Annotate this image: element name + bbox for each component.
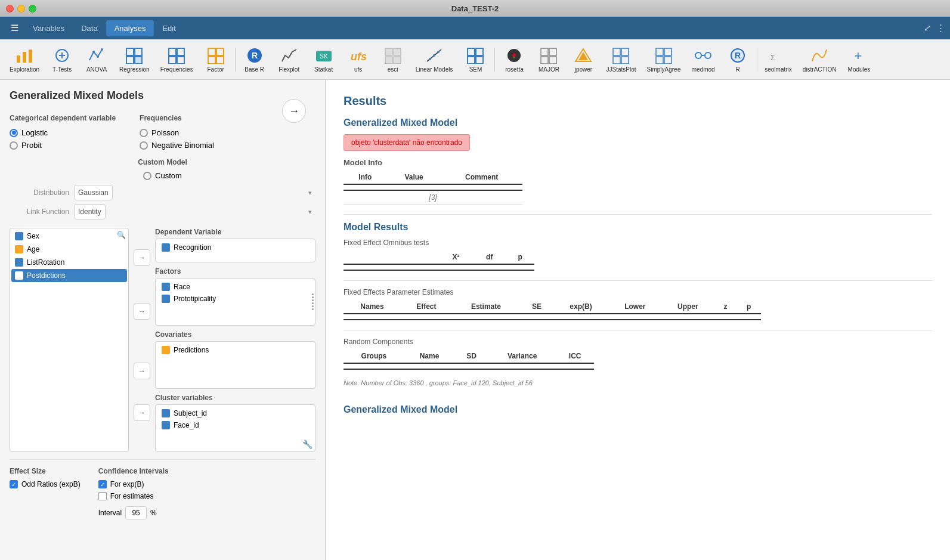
spacer-cluster <box>134 383 150 401</box>
dependent-variable-box[interactable]: Recognition <box>155 239 315 262</box>
var-item-age[interactable]: Age <box>11 243 127 256</box>
menu-analyses[interactable]: Analyses <box>106 20 154 36</box>
toolbar-jpower[interactable]: jpower <box>567 44 600 75</box>
for-exp-b-checkbox[interactable]: ✓ <box>98 480 107 488</box>
for-estimates-row: For estimates <box>98 492 169 500</box>
negative-binomial-radio-circle[interactable] <box>140 141 148 150</box>
toolbar-esci[interactable]: esci <box>376 44 410 75</box>
toolbar-sem[interactable]: SEM <box>459 44 492 75</box>
col-upper: Upper <box>661 300 714 314</box>
toolbar-factor[interactable]: F Factor <box>199 44 233 75</box>
svg-rect-11 <box>126 57 134 64</box>
col-p2: p <box>737 300 761 314</box>
custom-checkbox-label: Custom <box>155 171 182 180</box>
panel-title: Generalized Mixed Models <box>10 89 144 101</box>
arrow-cluster[interactable]: → <box>134 404 150 421</box>
ttests-icon <box>52 46 72 65</box>
toolbar-flexplot[interactable]: Flexplot <box>273 44 306 75</box>
expand-icon[interactable]: ⤢ <box>924 23 932 33</box>
maximize-button[interactable] <box>29 5 36 13</box>
toolbar-anova[interactable]: ANOVA <box>80 44 113 75</box>
toolbar-rosetta[interactable]: 🌹 rosetta <box>497 44 531 75</box>
menu-data[interactable]: Data <box>73 20 106 36</box>
arrow-factors[interactable]: → <box>134 303 150 320</box>
col-lower: Lower <box>608 300 661 314</box>
distraction-icon <box>810 46 829 65</box>
settings-icon[interactable]: ⋮ <box>936 23 945 33</box>
svg-rect-44 <box>549 48 556 55</box>
toolbar-simplyagree[interactable]: SimplyAgree <box>642 44 686 75</box>
comment-cell <box>441 184 522 190</box>
poisson-radio-circle[interactable] <box>140 129 148 137</box>
svg-rect-16 <box>177 57 184 64</box>
for-estimates-checkbox[interactable] <box>98 492 107 500</box>
logistic-radio-circle[interactable] <box>10 129 18 137</box>
minimize-button[interactable] <box>17 5 25 13</box>
frequencies-label: Frequencies <box>160 66 193 73</box>
toolbar-modules[interactable]: + Modules <box>842 44 875 75</box>
cluster-variables-box[interactable]: Subject_id Face_id 🔧 <box>155 404 315 452</box>
col-df: df <box>473 250 506 264</box>
link-function-select[interactable]: Identity <box>74 204 106 219</box>
probit-radio-circle[interactable] <box>10 141 18 150</box>
sem-icon <box>466 46 485 65</box>
poisson-radio[interactable]: Poisson <box>140 128 214 137</box>
frequencies-col: Frequencies Poisson Negative Binomial <box>140 114 214 150</box>
race-item: Race <box>158 281 312 293</box>
drag-dot-5 <box>312 305 314 307</box>
odd-ratios-checkbox[interactable]: ✓ <box>10 480 18 488</box>
menu-edit[interactable]: Edit <box>154 20 184 36</box>
hamburger-menu[interactable]: ☰ <box>5 19 24 37</box>
col-name: Name <box>404 349 454 363</box>
value-cell <box>387 184 441 190</box>
toolbar-distraction[interactable]: distrACTION <box>798 44 841 75</box>
toolbar-linear-models[interactable]: Linear Models <box>411 44 458 75</box>
svg-rect-27 <box>385 48 392 55</box>
svg-point-55 <box>695 52 701 58</box>
interval-input[interactable] <box>125 506 147 519</box>
toolbar-jjstatsplot[interactable]: JJStatsPlot <box>601 44 640 75</box>
toolbar-seolmatrix[interactable]: Σ seolmatrix <box>760 44 797 75</box>
dependent-variable-section: Dependent Variable Recognition <box>155 228 315 262</box>
custom-radio-circle[interactable] <box>143 172 151 180</box>
arrow-covariates[interactable]: → <box>134 363 150 379</box>
toolbar-regression[interactable]: Regression <box>115 44 154 75</box>
arrow-dependent[interactable]: → <box>134 249 150 266</box>
negative-binomial-radio[interactable]: Negative Binomial <box>140 141 214 150</box>
search-icon[interactable]: 🔍 <box>117 231 126 239</box>
for-estimates-label: For estimates <box>110 492 154 500</box>
probit-radio[interactable]: Probit <box>10 141 116 150</box>
distribution-label: Distribution <box>10 188 69 197</box>
menu-variables[interactable]: Variables <box>24 20 73 36</box>
toolbar-medmod[interactable]: medmod <box>686 44 720 75</box>
toolbar-ttests[interactable]: T-Tests <box>45 44 79 75</box>
svg-rect-49 <box>613 57 620 64</box>
toolbar-frequencies[interactable]: Frequencies <box>156 44 198 75</box>
close-button[interactable] <box>6 5 14 13</box>
svg-rect-12 <box>135 57 142 64</box>
toolbar-ufs[interactable]: ufs ufs <box>342 44 375 75</box>
drop-areas-wrapper: → → → → Dependent Variable <box>134 228 315 452</box>
logistic-radio[interactable]: Logistic <box>10 128 116 137</box>
covariates-box[interactable]: Predictions <box>155 341 315 389</box>
var-item-postdictions[interactable]: Postdictions <box>11 269 127 282</box>
spacer-covariates <box>134 323 150 359</box>
toolbar-base-r[interactable]: R Base R <box>238 44 271 75</box>
exploration-label: Exploration <box>10 66 39 73</box>
sex-label: Sex <box>27 232 39 240</box>
distribution-select[interactable]: Gaussian <box>74 185 113 200</box>
drag-handle <box>311 291 315 313</box>
svg-text:SK: SK <box>320 53 328 60</box>
toolbar-r[interactable]: R R <box>721 44 754 75</box>
var-item-sex[interactable]: Sex <box>11 230 127 243</box>
toolbar-major[interactable]: MAJOR <box>532 44 565 75</box>
factors-box[interactable]: Race Prototipicality <box>155 278 315 326</box>
var-item-listrotation[interactable]: ListRotation <box>11 256 127 269</box>
interval-row: Interval % <box>98 506 169 519</box>
toolbar-statkat[interactable]: SK Statkat <box>307 44 341 75</box>
model-info-row <box>344 184 522 190</box>
run-button[interactable]: → <box>282 99 306 123</box>
omnibus-p <box>506 264 534 270</box>
custom-checkbox-row[interactable]: Custom <box>143 171 182 180</box>
toolbar-exploration[interactable]: Exploration <box>5 44 44 75</box>
